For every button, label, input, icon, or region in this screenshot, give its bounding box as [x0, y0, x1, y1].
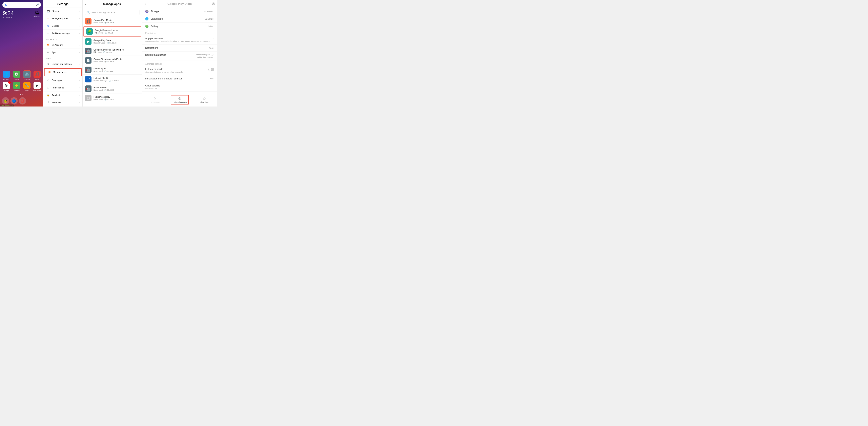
apps-search-box[interactable]: 🔍 Search among 280 apps: [85, 10, 140, 15]
home-app-music[interactable]: 🎵Music: [33, 71, 41, 80]
app-name: Google Services Framework ⚙: [93, 48, 140, 51]
gps-notifications-item[interactable]: Notifications Yes ›: [142, 44, 217, 52]
app-size: 🕐53.25KB: [104, 89, 114, 91]
chevron-icon: ›: [79, 18, 80, 20]
camera-icon[interactable]: ⭕: [19, 97, 26, 104]
home-search-bar[interactable]: G 🎤: [2, 2, 41, 8]
app-storage: 💾134MB: [95, 32, 103, 34]
home-app-security[interactable]: ⚡Security: [12, 82, 21, 92]
chevron-icon: ›: [79, 44, 80, 46]
gps-restrict-data-item[interactable]: Restrict data usage Mobile data (SIM 1),…: [142, 52, 217, 61]
app-size: 🕐18.32MB: [104, 22, 114, 24]
dual-apps-icon: ◌: [46, 78, 50, 82]
settings-item-mi-account[interactable]: MI Mi Account ›: [43, 41, 83, 49]
home-app-tools[interactable]: 🔧Tools: [23, 82, 31, 92]
settings-item-app-lock[interactable]: 🔒 App lock ›: [43, 92, 83, 99]
app-label: Play Store: [33, 90, 41, 92]
app-usage: Used 4 days ago: [93, 79, 107, 81]
gps-battery-item[interactable]: 🔋 Battery 1.6% ›: [142, 23, 217, 30]
unknown-sources-label: Install apps from unknown sources: [145, 77, 210, 80]
list-item[interactable]: 🎵 Google Play Music Never used 🕐18.32MB: [83, 17, 142, 26]
home-app-gallery[interactable]: 🖼Gallery: [12, 71, 21, 80]
list-item[interactable]: 🧩 Google Play services ⚙ 💾134MB 🕐381MB: [84, 27, 141, 36]
manage-apps-icon: ▦: [48, 70, 51, 74]
gps-storage-item[interactable]: 💾 Storage 83.96MB ›: [142, 8, 217, 15]
settings-item-feedback[interactable]: ? Feedback ›: [43, 99, 83, 106]
settings-feedback-label: Feedback: [52, 101, 79, 104]
settings-item-manage-apps[interactable]: ▦ Manage apps ›: [44, 68, 82, 76]
notifications-label: Notifications: [145, 46, 209, 50]
gps-fullscreen-item[interactable]: Fullscreen mode Allow selected apps to w…: [142, 66, 217, 75]
settings-item-sync[interactable]: ⟳ Sync ›: [43, 49, 83, 56]
list-item[interactable]: ◻ HybridAccessory Never used 🕐53.25KB: [83, 94, 142, 103]
more-icon[interactable]: ⋮: [136, 2, 140, 6]
fullscreen-toggle[interactable]: [209, 68, 214, 71]
app-icon: 🖼: [13, 71, 20, 78]
app-label: Music: [35, 78, 39, 80]
uninstall-updates-button[interactable]: ⊘ Uninstall updates: [171, 95, 189, 104]
home-app-settings[interactable]: ⚙️Settings: [23, 71, 31, 80]
weather-text: Clear 33°C: [33, 15, 41, 18]
dot-2: [22, 94, 23, 95]
list-item[interactable]: ▶ Google Play Store Recently used 🕐83.96…: [83, 37, 142, 46]
storage-icon: 💾: [145, 10, 149, 13]
gps-back-icon[interactable]: ‹: [145, 2, 146, 6]
gps-app-permissions-item[interactable]: App permissions Manage permissions relat…: [142, 35, 217, 44]
settings-item-storage[interactable]: 💾 Storage ›: [43, 7, 83, 15]
uninstall-label: Uninstall updates: [173, 101, 187, 103]
app-icon-tts: 📄: [85, 57, 92, 64]
home-app-browser[interactable]: 🌐Browser: [2, 71, 11, 80]
settings-item-additional[interactable]: ··· Additional settings ›: [43, 30, 83, 37]
app-size: 🕐24.83MB: [104, 61, 114, 63]
home-app-google[interactable]: G1Google: [2, 82, 11, 92]
app-permissions-label: App permissions: [145, 37, 214, 40]
chevron-icon: ›: [78, 71, 79, 73]
settings-item-system-apps[interactable]: ⚙ System app settings ›: [43, 60, 83, 68]
gps-data-item[interactable]: 💧 Data usage 72.3MB ›: [142, 15, 217, 23]
settings-item-permissions[interactable]: ◌ Permissions ›: [43, 84, 83, 92]
app-label: Settings: [24, 78, 30, 80]
settings-header: Settings: [43, 0, 83, 7]
list-item[interactable]: 🤖 HomeLayout Never used 🕐61.44KB: [83, 65, 142, 75]
clear-data-button[interactable]: ◇ Clear data: [200, 96, 209, 103]
home-app-play-store[interactable]: ▶Play Store: [33, 82, 41, 92]
app-storage: 💾7.1MB: [93, 51, 101, 53]
chevron-icon: ›: [79, 25, 80, 27]
list-item[interactable]: 🤖 HTML Viewer Never used 🕐53.25KB: [83, 84, 142, 94]
chrome-icon[interactable]: 🔵: [10, 97, 18, 104]
app-icon-home: 🤖: [85, 67, 92, 73]
list-item[interactable]: 🤖 Google Services Framework ⚙ 💾7.1MB 🕐47…: [83, 46, 142, 56]
gps-clear-defaults-item[interactable]: Clear defaults No defaults set.: [142, 82, 217, 92]
uninstall-icon: ⊘: [178, 96, 181, 101]
app-name: Hotspot Shield: [93, 77, 140, 79]
settings-manage-label: Manage apps: [53, 71, 78, 73]
settings-item-google[interactable]: G Google ›: [43, 22, 83, 30]
info-icon[interactable]: ⓘ: [212, 2, 215, 6]
restrict-data-value: Mobile data (SIM 1),Mobile data (SIM 2): [196, 54, 213, 59]
gps-unknown-sources-item[interactable]: Install apps from unknown sources No ›: [142, 75, 217, 82]
app-label: Gallery: [14, 78, 19, 80]
fullscreen-sub: Allow selected apps to work in fullscree…: [145, 71, 209, 73]
app-icon: 🌐: [3, 71, 10, 78]
app-icon-gps: 🧩: [86, 28, 93, 35]
restrict-data-label: Restrict data usage: [145, 54, 196, 56]
app-icon: G1: [3, 82, 10, 89]
permissions-icon: ◌: [46, 86, 50, 90]
app-name: HybridAccessory: [93, 96, 140, 98]
list-item[interactable]: 🛡 Hotspot Shield Used 4 days ago 🕐36.54M…: [83, 75, 142, 84]
list-item[interactable]: 📄 Google Text-to-speech Engine Never use…: [83, 56, 142, 65]
app-icon-gps-store: ▶: [85, 38, 92, 45]
settings-item-dual-apps[interactable]: ◌ Dual apps ›: [43, 77, 83, 84]
app-lock-icon: 🔒: [46, 93, 50, 97]
force-stop-button[interactable]: ✕ Force stop: [151, 96, 159, 103]
chevron-icon: ›: [79, 87, 80, 89]
settings-item-emergency[interactable]: ⚠ Emergency SOS ›: [43, 15, 83, 22]
app-name: Google Play Music: [93, 19, 140, 21]
app-permissions-sub: Manage permissions related to location, …: [145, 40, 214, 42]
settings-sysapps-label: System app settings: [52, 63, 79, 65]
data-icon: 💧: [145, 17, 149, 21]
app-icon: 🎵: [33, 71, 41, 78]
app-usage: Recently used: [93, 42, 105, 44]
back-icon[interactable]: ‹: [85, 2, 86, 6]
settings-sync-label: Sync: [52, 51, 79, 54]
